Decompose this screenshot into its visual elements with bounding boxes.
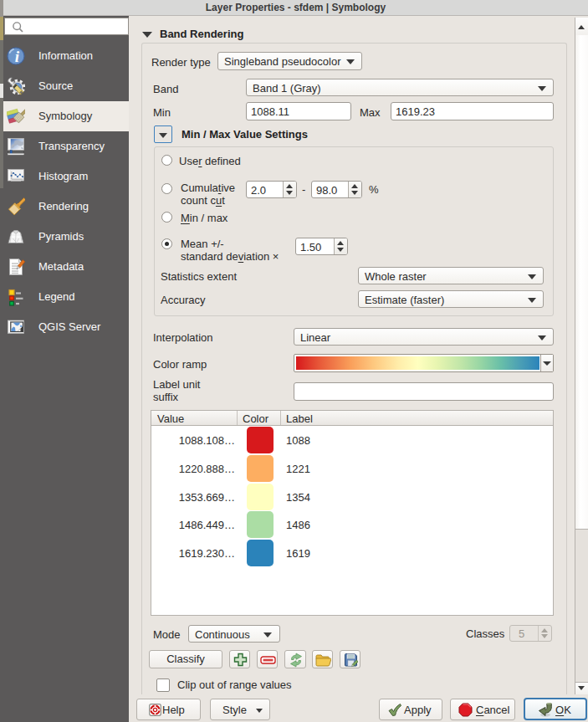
svg-text:i: i	[15, 48, 20, 65]
